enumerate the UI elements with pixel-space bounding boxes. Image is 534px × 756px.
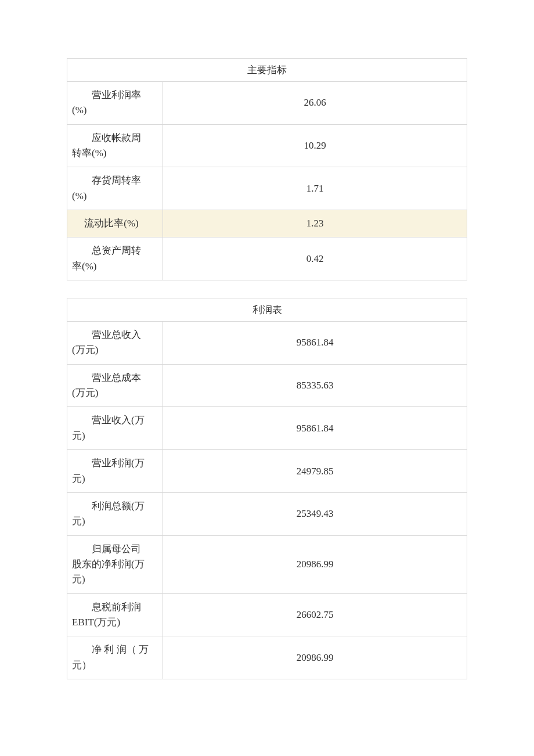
table-row: 息税前利润EBIT(万元)26602.75	[67, 593, 467, 636]
table-row: 营业总收入(万元)95861.84	[67, 322, 467, 365]
table-row: 总资产周转率(%)0.42	[67, 237, 467, 280]
table-row: 营业收入(万元)95861.84	[67, 407, 467, 450]
table-row: 营业利润率(%)26.06	[67, 82, 467, 125]
table2-body: 营业总收入(万元)95861.84 营业总成本(万元)85335.63 营业收入…	[67, 322, 467, 679]
row-label: 营业收入(万元)	[67, 407, 163, 450]
row-value: 24979.85	[163, 450, 467, 493]
row-value: 26602.75	[163, 593, 467, 636]
key-indicators-table: 主要指标 营业利润率(%)26.06 应收帐款周转率(%)10.29 存货周转率…	[67, 58, 467, 280]
row-label: 流动比率(%)	[67, 210, 163, 237]
table-row: 存货周转率(%)1.71	[67, 167, 467, 210]
key-indicators-table-container: 主要指标 营业利润率(%)26.06 应收帐款周转率(%)10.29 存货周转率…	[67, 58, 467, 280]
table-title: 主要指标	[67, 59, 467, 82]
row-label: 归属母公司股东的净利润(万元)	[67, 535, 163, 593]
row-value: 1.71	[163, 167, 467, 210]
table-row: 流动比率(%)1.23	[67, 210, 467, 237]
row-label: 营业总收入(万元)	[67, 322, 163, 365]
row-value: 0.42	[163, 237, 467, 280]
row-label: 利润总额(万元)	[67, 492, 163, 535]
row-value: 20986.99	[163, 636, 467, 679]
table1-body: 营业利润率(%)26.06 应收帐款周转率(%)10.29 存货周转率(%)1.…	[67, 82, 467, 280]
row-label: 息税前利润EBIT(万元)	[67, 593, 163, 636]
table-title: 利润表	[67, 298, 467, 322]
row-value: 26.06	[163, 82, 467, 125]
table-row: 营业利润(万元)24979.85	[67, 450, 467, 493]
table-row: 归属母公司股东的净利润(万元)20986.99	[67, 535, 467, 593]
table-row: 净 利 润（ 万元）20986.99	[67, 636, 467, 679]
table-row: 利润总额(万元)25349.43	[67, 492, 467, 535]
row-label: 营业总成本(万元)	[67, 364, 163, 407]
row-label: 营业利润率(%)	[67, 82, 163, 125]
row-label: 营业利润(万元)	[67, 450, 163, 493]
row-value: 25349.43	[163, 492, 467, 535]
income-statement-table: 利润表 营业总收入(万元)95861.84 营业总成本(万元)85335.63 …	[67, 298, 467, 679]
table-row: 营业总成本(万元)85335.63	[67, 364, 467, 407]
row-label: 应收帐款周转率(%)	[67, 124, 163, 167]
row-label: 净 利 润（ 万元）	[67, 636, 163, 679]
row-value: 20986.99	[163, 535, 467, 593]
row-value: 95861.84	[163, 407, 467, 450]
row-label: 总资产周转率(%)	[67, 237, 163, 280]
row-value: 10.29	[163, 124, 467, 167]
row-value: 95861.84	[163, 322, 467, 365]
row-value: 1.23	[163, 210, 467, 237]
table-row: 应收帐款周转率(%)10.29	[67, 124, 467, 167]
income-statement-table-container: 利润表 营业总收入(万元)95861.84 营业总成本(万元)85335.63 …	[67, 298, 467, 679]
row-value: 85335.63	[163, 364, 467, 407]
row-label: 存货周转率(%)	[67, 167, 163, 210]
